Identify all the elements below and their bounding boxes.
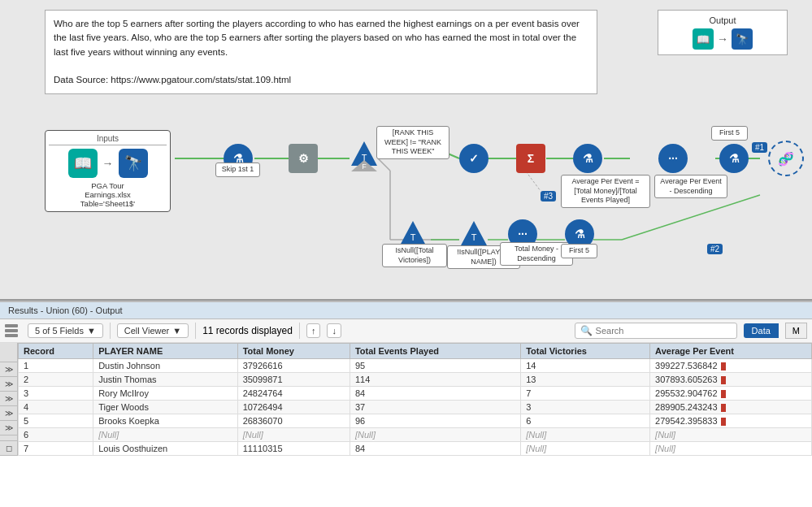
table-cell: [Null]: [650, 442, 812, 456]
row-ctrl-3[interactable]: ≫: [0, 392, 17, 406]
book-icon: 📖: [68, 149, 98, 178]
row-ctrl-5[interactable]: ≫: [0, 421, 17, 436]
inputs-label: Inputs: [49, 134, 167, 145]
table-container: ≫ ≫ ≫ ≫ ≫ ◻ Record PLAYER NAME Total Mon…: [0, 343, 812, 456]
flask-node[interactable]: ⚗: [573, 144, 602, 173]
first5-label: First 5: [711, 126, 748, 141]
table-cell: Tiger Woods: [93, 401, 237, 414]
tubes-node[interactable]: ⚗: [719, 144, 749, 173]
row-ctrl-2[interactable]: ≫: [0, 377, 17, 392]
table-cell: 14: [521, 359, 650, 373]
filter3-node[interactable]: T: [459, 219, 489, 249]
badge2: #2: [707, 244, 723, 254]
first5-bottom-label: First 5: [561, 244, 597, 258]
table-cell: 95: [350, 359, 520, 373]
row-ctrl-7: ◻: [0, 441, 17, 456]
table-cell: 114: [350, 373, 520, 387]
binoculars-icon: 🔭: [119, 149, 148, 178]
caption-line2: Earnings.xlsx: [49, 190, 167, 199]
table-cell: 3: [19, 387, 93, 401]
tubes-icon-b: ⚗: [575, 228, 585, 240]
svg-text:T: T: [471, 232, 477, 242]
union-output-node[interactable]: 🧬: [768, 141, 804, 176]
table-cell: [Null]: [237, 428, 350, 442]
results-title: Results - Union (60) - Output: [8, 306, 123, 315]
left-strip: [5, 324, 18, 337]
datasource-text: Data Source: https://www.pgatour.com/sta…: [54, 75, 291, 84]
flask-icon: ⚗: [583, 152, 593, 165]
table-cell: 289905.243243: [650, 401, 812, 414]
table-cell: 4: [19, 401, 93, 414]
badge3: #3: [541, 191, 556, 202]
dna-icon: 🧬: [778, 151, 794, 167]
strip-line1: [5, 324, 18, 327]
fields-label: 5 of 5 Fields: [35, 326, 84, 336]
check-icon: ✓: [469, 152, 479, 165]
table-cell: 96: [350, 414, 520, 428]
filter1-label: [RANK THIS WEEK] != "RANK THIS WEEK": [376, 126, 449, 159]
cell-viewer-btn[interactable]: Cell Viewer ▼: [117, 323, 189, 338]
table-cell: Louis Oosthuizen: [93, 442, 237, 456]
chevron-down-icon2: ▼: [172, 326, 181, 336]
col-avg-per-event: Average Per Event: [650, 344, 812, 359]
connector-arrow: →: [102, 157, 114, 170]
table-row: 3Rory McIlroy24824764847295532.904762: [19, 387, 812, 401]
description-text: Who are the top 5 earners after sorting …: [54, 19, 580, 57]
results-panel: Results - Union (60) - Output 5 of 5 Fie…: [0, 301, 812, 507]
svg-text:F: F: [362, 162, 367, 171]
sum-node[interactable]: Σ: [516, 144, 545, 173]
dots-node[interactable]: ···: [658, 144, 688, 173]
col-total-events: Total Events Played: [350, 344, 520, 359]
table-cell: 37: [350, 401, 520, 414]
caption-line1: PGA Tour: [49, 181, 167, 190]
table-cell: 7: [521, 387, 650, 401]
table-cell: 13: [521, 373, 650, 387]
divider3: [299, 323, 300, 339]
table-cell: [Null]: [350, 428, 520, 442]
fields-selector[interactable]: 5 of 5 Fields ▼: [28, 323, 103, 338]
check-node[interactable]: ✓: [459, 144, 489, 173]
sort-up-btn[interactable]: ↑: [306, 323, 321, 338]
table-cell: Dustin Johnson: [93, 359, 237, 373]
inputs-caption: PGA Tour Earnings.xlsx Table='Sheet1$': [49, 181, 167, 208]
inputs-box: Inputs 📖 → 🔭 PGA Tour Earnings.xlsx Tabl…: [45, 130, 171, 212]
divider2: [195, 323, 196, 339]
row-ctrl-4[interactable]: ≫: [0, 406, 17, 421]
results-table: Record PLAYER NAME Total Money Total Eve…: [18, 343, 812, 456]
row-controls: ≫ ≫ ≫ ≫ ≫ ◻: [0, 343, 18, 456]
output-label: Output: [667, 15, 779, 25]
table-row: 2Justin Thomas3509987111413307893.605263: [19, 373, 812, 387]
filter2-label: IsNull([Total Victories]): [382, 244, 447, 267]
row-ctrl-1[interactable]: ≫: [0, 362, 17, 377]
search-input[interactable]: [596, 326, 710, 336]
table-row: 5Brooks Koepka26836070966279542.395833: [19, 414, 812, 428]
table-cell: [Null]: [93, 428, 237, 442]
results-table-wrap: ≫ ≫ ≫ ≫ ≫ ◻ Record PLAYER NAME Total Mon…: [0, 343, 812, 507]
table-body: 1Dustin Johnson379266169514399227.536842…: [19, 359, 812, 456]
table-cell: 295532.904762: [650, 387, 812, 401]
col-total-victories: Total Victories: [521, 344, 650, 359]
results-header: Results - Union (60) - Output: [0, 302, 812, 319]
summarize-node[interactable]: ⚙: [289, 144, 318, 173]
output-book-icon: 📖: [693, 28, 714, 50]
table-row: 4Tiger Woods10726494373289905.243243: [19, 401, 812, 414]
avg-label: Average Per Event = [Total Money]/[Total…: [561, 175, 650, 208]
tubes-icon: ⚗: [729, 152, 740, 165]
m-btn[interactable]: M: [785, 323, 807, 339]
strip-line3: [5, 334, 18, 337]
red-flag-icon: [721, 404, 726, 412]
table-cell: 84: [350, 442, 520, 456]
svg-line-4: [378, 158, 390, 171]
badge1: #1: [752, 142, 767, 153]
up-arrow-icon: ↑: [311, 326, 316, 336]
caption-line3: Table='Sheet1$': [49, 199, 167, 208]
table-cell: 1: [19, 359, 93, 373]
col-record: Record: [19, 344, 93, 359]
data-btn[interactable]: Data: [744, 323, 779, 338]
sort-down-btn[interactable]: ↓: [327, 323, 341, 338]
output-icons: 📖 → 🔭: [667, 28, 779, 50]
table-cell: 307893.605263: [650, 373, 812, 387]
col-player-name: PLAYER NAME: [93, 344, 237, 359]
table-row: 7Louis Oosthuizen1111031584[Null][Null]: [19, 442, 812, 456]
table-cell: 3: [521, 401, 650, 414]
